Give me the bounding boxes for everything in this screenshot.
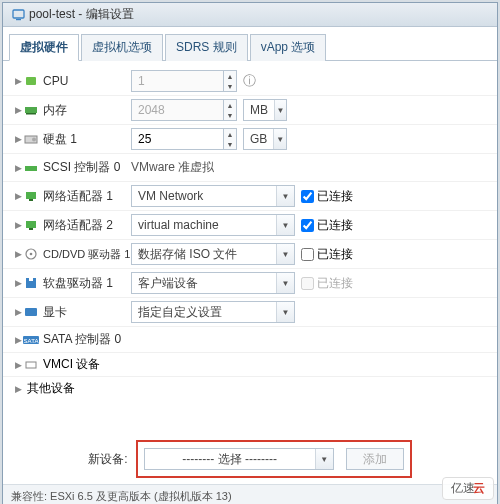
- floppy-connected-checkbox: [301, 277, 314, 290]
- svg-text:SATA: SATA: [24, 338, 39, 344]
- chevron-down-icon: ▼: [276, 215, 294, 235]
- spinner-up-icon[interactable]: ▲: [224, 100, 236, 110]
- new-device-select[interactable]: -------- 选择 -------- ▼: [144, 448, 334, 470]
- memory-unit-select[interactable]: MB ▼: [243, 99, 287, 121]
- video-icon: [23, 305, 39, 319]
- cd-label: CD/DVD 驱动器 1: [43, 247, 130, 262]
- scsi-label: SCSI 控制器 0: [43, 159, 120, 176]
- tab-vapp[interactable]: vApp 选项: [250, 34, 327, 61]
- cd-icon: [23, 247, 39, 261]
- net2-label: 网络适配器 2: [43, 217, 113, 234]
- row-cd: ▶ CD/DVD 驱动器 1 数据存储 ISO 文件 ▼ 已连接: [3, 239, 497, 268]
- memory-spinner[interactable]: ▲▼: [131, 99, 237, 121]
- new-device-footer: 新设备: -------- 选择 -------- ▼ 添加: [3, 400, 497, 484]
- chevron-down-icon: ▼: [276, 186, 294, 206]
- net2-connected-checkbox[interactable]: [301, 219, 314, 232]
- vmci-icon: [23, 358, 39, 372]
- row-floppy: ▶ 软盘驱动器 1 客户端设备 ▼ 已连接: [3, 268, 497, 297]
- chevron-right-icon[interactable]: ▶: [13, 360, 23, 370]
- chevron-right-icon[interactable]: ▶: [13, 105, 23, 115]
- net2-select[interactable]: virtual machine ▼: [131, 214, 295, 236]
- svg-rect-1: [16, 19, 21, 20]
- chevron-right-icon[interactable]: ▶: [13, 307, 23, 317]
- svg-rect-0: [13, 10, 24, 18]
- tab-hardware[interactable]: 虚拟硬件: [9, 34, 79, 61]
- chevron-right-icon[interactable]: ▶: [13, 134, 23, 144]
- spinner-up-icon[interactable]: ▲: [224, 71, 236, 81]
- chevron-right-icon[interactable]: ▶: [13, 220, 23, 230]
- floppy-select[interactable]: 客户端设备 ▼: [131, 272, 295, 294]
- net1-connected-checkbox[interactable]: [301, 190, 314, 203]
- video-value: 指定自定义设置: [132, 302, 276, 322]
- chevron-right-icon[interactable]: ▶: [13, 191, 23, 201]
- chevron-right-icon[interactable]: ▶: [13, 384, 23, 394]
- cpu-value[interactable]: [131, 70, 223, 92]
- svg-rect-7: [25, 166, 37, 171]
- net1-connected[interactable]: 已连接: [301, 188, 353, 205]
- disk-unit-value: GB: [244, 129, 273, 149]
- row-other: ▶ 其他设备: [3, 376, 497, 400]
- disk-value[interactable]: [131, 128, 223, 150]
- scsi-icon: [23, 161, 39, 175]
- svg-rect-3: [25, 107, 37, 113]
- spinner-down-icon[interactable]: ▼: [224, 81, 236, 91]
- row-cpu: ▶ CPU ▲▼ ⓘ: [3, 67, 497, 95]
- svg-point-13: [30, 253, 33, 256]
- floppy-value: 客户端设备: [132, 273, 276, 293]
- row-net2: ▶ 网络适配器 2 virtual machine ▼ 已连接: [3, 210, 497, 239]
- tab-sdrs[interactable]: SDRS 规则: [165, 34, 248, 61]
- svg-rect-19: [26, 362, 36, 368]
- cd-connected-checkbox[interactable]: [301, 248, 314, 261]
- memory-icon: [23, 103, 39, 117]
- net1-connected-label: 已连接: [317, 188, 353, 205]
- svg-rect-8: [26, 192, 36, 199]
- disk-icon: [23, 132, 39, 146]
- row-net1: ▶ 网络适配器 1 VM Network ▼ 已连接: [3, 181, 497, 210]
- floppy-connected-label: 已连接: [317, 275, 353, 292]
- spinner-down-icon[interactable]: ▼: [224, 139, 236, 149]
- add-button[interactable]: 添加: [346, 448, 404, 470]
- cpu-spinner[interactable]: ▲▼: [131, 70, 237, 92]
- sata-label: SATA 控制器 0: [43, 331, 121, 348]
- disk-unit-select[interactable]: GB ▼: [243, 128, 287, 150]
- cd-connected-label: 已连接: [317, 246, 353, 263]
- info-icon[interactable]: ⓘ: [243, 72, 256, 90]
- cd-value: 数据存储 ISO 文件: [132, 244, 276, 264]
- net1-label: 网络适配器 1: [43, 188, 113, 205]
- chevron-right-icon[interactable]: ▶: [13, 335, 23, 345]
- new-device-label: 新设备:: [88, 451, 127, 468]
- watermark-b: 云: [473, 481, 485, 495]
- row-video: ▶ 显卡 指定自定义设置 ▼: [3, 297, 497, 326]
- row-memory: ▶ 内存 ▲▼ MB ▼: [3, 95, 497, 124]
- svg-point-6: [32, 138, 36, 142]
- disk-spinner[interactable]: ▲▼: [131, 128, 237, 150]
- svg-rect-11: [29, 228, 33, 230]
- sata-icon: SATA: [23, 333, 39, 347]
- hardware-panel: ▶ CPU ▲▼ ⓘ ▶ 内存 ▲▼: [3, 61, 497, 484]
- memory-label: 内存: [43, 102, 67, 119]
- chevron-down-icon: ▼: [273, 129, 286, 149]
- chevron-right-icon[interactable]: ▶: [13, 163, 23, 173]
- svg-rect-10: [26, 221, 36, 228]
- video-select[interactable]: 指定自定义设置 ▼: [131, 301, 295, 323]
- floppy-label: 软盘驱动器 1: [43, 275, 113, 292]
- svg-rect-2: [26, 77, 36, 85]
- dialog-title: pool-test - 编辑设置: [29, 6, 134, 23]
- chevron-right-icon[interactable]: ▶: [13, 278, 23, 288]
- memory-value[interactable]: [131, 99, 223, 121]
- net1-select[interactable]: VM Network ▼: [131, 185, 295, 207]
- cd-select[interactable]: 数据存储 ISO 文件 ▼: [131, 243, 295, 265]
- tab-vm-options[interactable]: 虚拟机选项: [81, 34, 163, 61]
- chevron-down-icon: ▼: [274, 100, 286, 120]
- net2-connected[interactable]: 已连接: [301, 217, 353, 234]
- chevron-down-icon: ▼: [276, 302, 294, 322]
- highlight-box: -------- 选择 -------- ▼ 添加: [136, 440, 412, 478]
- chevron-right-icon[interactable]: ▶: [13, 76, 23, 86]
- spinner-up-icon[interactable]: ▲: [224, 129, 236, 139]
- network-icon: [23, 218, 39, 232]
- video-label: 显卡: [43, 304, 67, 321]
- chevron-right-icon[interactable]: ▶: [13, 249, 23, 259]
- cd-connected[interactable]: 已连接: [301, 246, 353, 263]
- network-icon: [23, 189, 39, 203]
- spinner-down-icon[interactable]: ▼: [224, 110, 236, 120]
